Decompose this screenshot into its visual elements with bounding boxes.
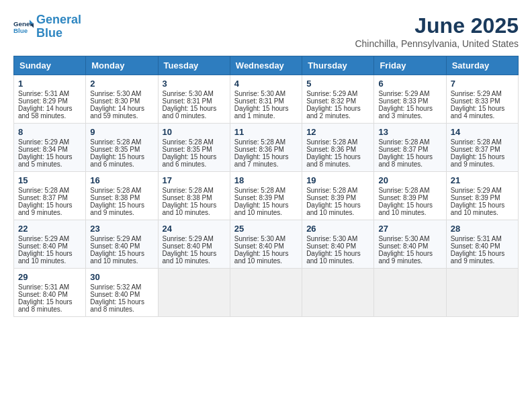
calendar-cell: 20 Sunrise: 5:28 AM Sunset: 8:39 PM Dayl… [374,172,446,220]
day-number: 15 [18,175,81,185]
sunrise-text: Sunrise: 5:31 AM [451,235,502,242]
logo: General Blue General Blue [13,13,81,40]
day-number: 10 [163,127,226,137]
month-title: June 2025 [355,13,519,38]
column-header-saturday: Saturday [446,56,518,75]
daylight-text: Daylight: 15 hours and 1 minute. [234,105,289,120]
daylight-text: Daylight: 14 hours and 58 minutes. [18,105,73,120]
sunset-text: Sunset: 8:40 PM [18,291,68,298]
sunset-text: Sunset: 8:33 PM [451,97,500,105]
sunrise-text: Sunrise: 5:30 AM [90,90,141,97]
calendar-cell [374,269,446,317]
sunset-text: Sunset: 8:40 PM [18,242,68,250]
sunrise-text: Sunrise: 5:29 AM [378,90,429,97]
sunset-text: Sunset: 8:36 PM [234,146,284,153]
daylight-text: Daylight: 15 hours and 6 minutes. [90,153,144,168]
calendar-cell: 28 Sunrise: 5:31 AM Sunset: 8:40 PM Dayl… [446,220,518,269]
sunset-text: Sunset: 8:40 PM [451,242,500,250]
daylight-text: Daylight: 15 hours and 9 minutes. [451,250,505,265]
day-number: 5 [306,79,369,89]
sunrise-text: Sunrise: 5:29 AM [90,235,141,242]
calendar-week-row: 8 Sunrise: 5:29 AM Sunset: 8:34 PM Dayli… [14,124,519,172]
sunrise-text: Sunrise: 5:30 AM [163,90,214,97]
calendar-cell: 15 Sunrise: 5:28 AM Sunset: 8:37 PM Dayl… [14,172,86,220]
daylight-text: Daylight: 15 hours and 8 minutes. [18,298,73,313]
day-number: 14 [451,127,514,137]
calendar-cell: 9 Sunrise: 5:28 AM Sunset: 8:35 PM Dayli… [86,124,158,172]
day-number: 12 [306,127,369,137]
day-number: 21 [451,175,514,185]
day-number: 11 [234,127,298,137]
sunrise-text: Sunrise: 5:28 AM [451,138,502,146]
logo-icon: General Blue [13,19,34,35]
calendar-week-row: 1 Sunrise: 5:31 AM Sunset: 8:29 PM Dayli… [14,75,519,124]
location: Chinchilla, Pennsylvania, United States [355,38,519,49]
daylight-text: Daylight: 15 hours and 3 minutes. [378,105,433,120]
day-number: 30 [90,272,153,282]
sunset-text: Sunset: 8:39 PM [451,194,500,201]
sunrise-text: Sunrise: 5:28 AM [234,187,285,194]
daylight-text: Daylight: 15 hours and 10 minutes. [163,201,217,216]
sunset-text: Sunset: 8:40 PM [90,291,140,298]
daylight-text: Daylight: 15 hours and 10 minutes. [234,250,289,265]
day-number: 22 [18,224,81,234]
sunrise-text: Sunrise: 5:28 AM [163,138,214,146]
calendar-cell [158,269,230,317]
day-number: 29 [18,272,81,282]
calendar-cell: 25 Sunrise: 5:30 AM Sunset: 8:40 PM Dayl… [230,220,302,269]
calendar-week-row: 22 Sunrise: 5:29 AM Sunset: 8:40 PM Dayl… [14,220,519,269]
calendar-cell: 2 Sunrise: 5:30 AM Sunset: 8:30 PM Dayli… [86,75,158,124]
calendar-cell: 23 Sunrise: 5:29 AM Sunset: 8:40 PM Dayl… [86,220,158,269]
daylight-text: Daylight: 14 hours and 59 minutes. [90,105,144,120]
calendar-header-row: SundayMondayTuesdayWednesdayThursdayFrid… [14,56,519,75]
daylight-text: Daylight: 15 hours and 10 minutes. [306,250,361,265]
day-number: 2 [90,79,153,89]
title-block: June 2025 Chinchilla, Pennsylvania, Unit… [355,13,519,49]
sunrise-text: Sunrise: 5:29 AM [163,235,214,242]
day-number: 24 [163,224,226,234]
sunrise-text: Sunrise: 5:29 AM [18,235,69,242]
sunset-text: Sunset: 8:31 PM [234,97,284,105]
day-number: 1 [18,79,81,89]
sunrise-text: Sunrise: 5:30 AM [234,90,285,97]
sunrise-text: Sunrise: 5:29 AM [18,138,69,146]
sunset-text: Sunset: 8:30 PM [90,97,140,105]
day-number: 17 [163,175,226,185]
sunrise-text: Sunrise: 5:28 AM [90,138,141,146]
sunset-text: Sunset: 8:37 PM [378,146,428,153]
sunset-text: Sunset: 8:40 PM [306,242,356,250]
calendar-cell [446,269,518,317]
calendar-cell: 3 Sunrise: 5:30 AM Sunset: 8:31 PM Dayli… [158,75,230,124]
daylight-text: Daylight: 15 hours and 2 minutes. [306,105,361,120]
sunset-text: Sunset: 8:40 PM [163,242,212,250]
calendar-cell: 7 Sunrise: 5:29 AM Sunset: 8:33 PM Dayli… [446,75,518,124]
day-number: 3 [163,79,226,89]
column-header-monday: Monday [86,56,158,75]
day-number: 13 [378,127,441,137]
day-number: 28 [451,224,514,234]
daylight-text: Daylight: 15 hours and 10 minutes. [378,201,433,216]
sunset-text: Sunset: 8:37 PM [18,194,68,201]
calendar-cell: 27 Sunrise: 5:30 AM Sunset: 8:40 PM Dayl… [374,220,446,269]
sunset-text: Sunset: 8:38 PM [163,194,212,201]
day-number: 23 [90,224,153,234]
day-number: 16 [90,175,153,185]
calendar-cell [302,269,374,317]
column-header-wednesday: Wednesday [230,56,302,75]
calendar-cell: 6 Sunrise: 5:29 AM Sunset: 8:33 PM Dayli… [374,75,446,124]
calendar-cell: 1 Sunrise: 5:31 AM Sunset: 8:29 PM Dayli… [14,75,86,124]
day-number: 8 [18,127,81,137]
calendar-cell: 8 Sunrise: 5:29 AM Sunset: 8:34 PM Dayli… [14,124,86,172]
daylight-text: Daylight: 15 hours and 7 minutes. [234,153,289,168]
sunset-text: Sunset: 8:38 PM [90,194,140,201]
calendar-cell [230,269,302,317]
day-number: 6 [378,79,441,89]
sunset-text: Sunset: 8:39 PM [234,194,284,201]
sunset-text: Sunset: 8:40 PM [378,242,428,250]
daylight-text: Daylight: 15 hours and 10 minutes. [451,201,505,216]
day-number: 4 [234,79,298,89]
sunset-text: Sunset: 8:36 PM [306,146,356,153]
sunrise-text: Sunrise: 5:29 AM [451,187,502,194]
sunrise-text: Sunrise: 5:29 AM [451,90,502,97]
page-header: General Blue General Blue June 2025 Chin… [13,13,519,49]
